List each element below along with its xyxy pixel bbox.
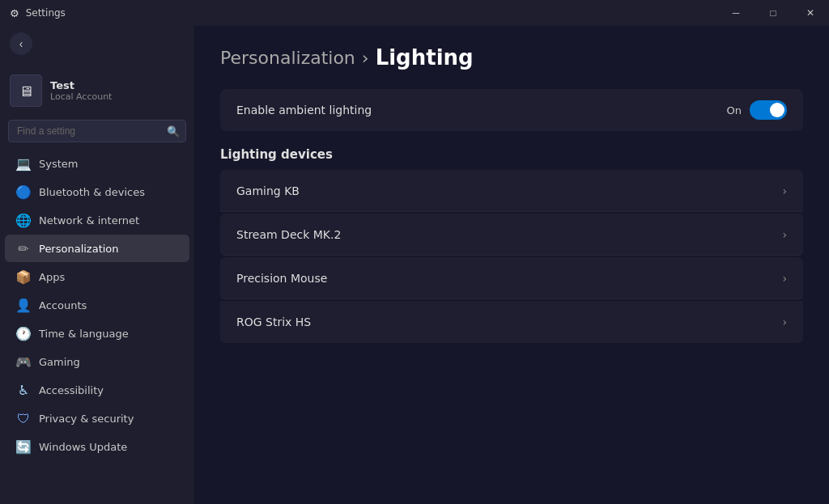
sidebar-item-gaming[interactable]: 🎮 Gaming [5, 348, 189, 375]
sidebar-nav: 💻 System 🔵 Bluetooth & devices 🌐 Network… [0, 149, 194, 461]
apps-icon: 📦 [16, 269, 31, 284]
sidebar-item-system[interactable]: 💻 System [5, 150, 189, 177]
toggle-right: On [727, 100, 787, 120]
window-title: Settings [26, 7, 66, 19]
title-bar: ⚙ Settings ─ □ ✕ [0, 0, 829, 26]
avatar-icon: 🖥 [19, 83, 33, 100]
chevron-right-icon: › [782, 228, 787, 241]
sidebar-item-label: Privacy & security [39, 413, 134, 425]
avatar: 🖥 [10, 74, 42, 107]
user-account-type: Local Account [50, 91, 112, 102]
system-icon: 💻 [16, 156, 31, 171]
breadcrumb-separator: › [362, 48, 369, 68]
close-button[interactable]: ✕ [792, 0, 829, 26]
user-section: 🖥 Test Local Account [0, 61, 194, 116]
sidebar-item-label: Gaming [39, 356, 80, 368]
network-icon: 🌐 [16, 213, 31, 227]
device-list: Gaming KB › Stream Deck MK.2 › Precision… [220, 170, 803, 343]
privacy-icon: 🛡 [16, 411, 31, 426]
lighting-devices-section: Lighting devices Gaming KB › Stream Deck… [220, 147, 803, 343]
chevron-right-icon: › [782, 316, 787, 328]
user-info: Test Local Account [50, 79, 112, 102]
sidebar-item-time[interactable]: 🕐 Time & language [5, 320, 189, 347]
device-name: Precision Mouse [236, 272, 327, 285]
personalization-icon: ✏️ [16, 241, 31, 256]
app-container: ‹ 🖥 Test Local Account 🔍 💻 System 🔵 [0, 26, 829, 504]
device-item-rog-strix[interactable]: ROG Strix HS › [220, 301, 803, 343]
sidebar-item-accounts[interactable]: 👤 Accounts [5, 291, 189, 319]
chevron-right-icon: › [782, 184, 787, 197]
accounts-icon: 👤 [16, 298, 31, 312]
sidebar-item-label: Windows Update [39, 441, 127, 453]
device-item-stream-deck[interactable]: Stream Deck MK.2 › [220, 214, 803, 256]
sidebar-item-label: System [39, 158, 78, 170]
breadcrumb: Personalization › Lighting [220, 45, 803, 70]
sidebar-item-accessibility[interactable]: ♿ Accessibility [5, 376, 189, 404]
toggle-status: On [727, 104, 742, 116]
minimize-button[interactable]: ─ [717, 0, 755, 26]
sidebar-item-network[interactable]: 🌐 Network & internet [5, 206, 189, 234]
settings-icon: ⚙ [10, 7, 19, 19]
time-icon: 🕐 [16, 326, 31, 341]
device-item-precision-mouse[interactable]: Precision Mouse › [220, 257, 803, 299]
bluetooth-icon: 🔵 [16, 184, 31, 199]
sidebar-item-label: Bluetooth & devices [39, 186, 145, 198]
sidebar: ‹ 🖥 Test Local Account 🔍 💻 System 🔵 [0, 26, 194, 504]
sidebar-item-label: Personalization [39, 243, 119, 255]
device-name: Gaming KB [236, 184, 300, 197]
chevron-right-icon: › [782, 272, 787, 285]
sidebar-item-label: Time & language [39, 328, 129, 340]
sidebar-item-update[interactable]: 🔄 Windows Update [5, 433, 189, 460]
search-box: 🔍 [8, 120, 186, 142]
search-input[interactable] [8, 120, 186, 142]
sidebar-item-label: Accounts [39, 299, 87, 311]
breadcrumb-current: Lighting [376, 45, 474, 70]
sidebar-item-label: Accessibility [39, 384, 104, 396]
accessibility-icon: ♿ [16, 383, 31, 397]
ambient-lighting-toggle[interactable] [750, 100, 787, 120]
device-item-gaming-kb[interactable]: Gaming KB › [220, 170, 803, 212]
search-icon: 🔍 [167, 125, 180, 138]
title-bar-controls: ─ □ ✕ [717, 0, 829, 26]
content-area: Personalization › Lighting Enable ambien… [194, 26, 829, 504]
device-name: ROG Strix HS [236, 316, 311, 328]
toggle-knob [770, 103, 784, 117]
back-button-area: ‹ [0, 26, 194, 61]
update-icon: 🔄 [16, 439, 31, 454]
gaming-icon: 🎮 [16, 354, 31, 369]
device-name: Stream Deck MK.2 [236, 228, 341, 241]
ambient-lighting-toggle-card: Enable ambient lighting On [220, 89, 803, 131]
back-button[interactable]: ‹ [10, 32, 32, 55]
title-bar-left: ⚙ Settings [10, 7, 66, 19]
sidebar-item-bluetooth[interactable]: 🔵 Bluetooth & devices [5, 178, 189, 205]
sidebar-item-label: Apps [39, 271, 65, 283]
lighting-devices-title: Lighting devices [220, 147, 803, 162]
breadcrumb-parent: Personalization [220, 48, 355, 68]
user-name: Test [50, 79, 112, 91]
sidebar-item-apps[interactable]: 📦 Apps [5, 263, 189, 290]
maximize-button[interactable]: □ [755, 0, 792, 26]
ambient-lighting-label: Enable ambient lighting [236, 104, 372, 116]
sidebar-item-personalization[interactable]: ✏️ Personalization [5, 235, 189, 262]
sidebar-item-label: Network & internet [39, 214, 139, 227]
sidebar-item-privacy[interactable]: 🛡 Privacy & security [5, 404, 189, 432]
